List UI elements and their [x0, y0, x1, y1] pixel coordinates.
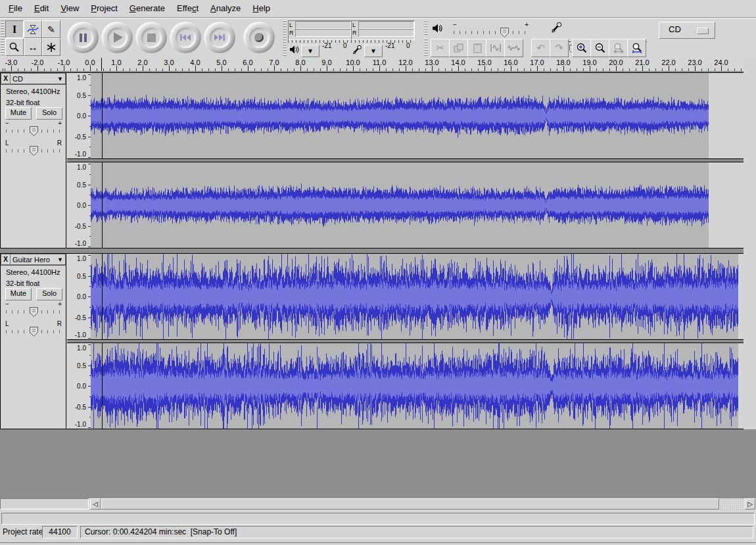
zoom-out-button[interactable]: [590, 39, 609, 57]
track-title-bar: XGuitar Hero▼: [1, 254, 66, 266]
output-meter[interactable]: LR: [288, 20, 352, 40]
menu-item-view[interactable]: View: [55, 0, 85, 17]
minus-label: −: [453, 21, 457, 28]
timeshift-tool-button[interactable]: ↔: [24, 38, 42, 56]
menu-item-project[interactable]: Project: [85, 0, 123, 17]
gain-slider[interactable]: −+: [5, 120, 62, 137]
undo-button[interactable]: ↶: [531, 39, 550, 57]
amp-ruler-label: 0.0: [77, 293, 86, 300]
forward-button[interactable]: [204, 22, 235, 53]
zoom-tool-button[interactable]: [5, 38, 24, 56]
speaker-icon: [289, 45, 299, 57]
meter-dropdown-button[interactable]: ▼: [364, 45, 383, 57]
selection-tool-button[interactable]: I: [5, 20, 24, 38]
ruler-major-tick: [721, 66, 722, 71]
silence-icon: [508, 43, 521, 53]
track-close-button[interactable]: X: [1, 254, 11, 265]
meter-channel-label: R: [289, 30, 295, 36]
amplitude-ruler: 1.00.50.0-0.5-1.0: [67, 343, 91, 429]
play-icon: [114, 32, 123, 43]
scroll-right-button[interactable]: ▷: [745, 498, 755, 509]
solo-button[interactable]: Solo: [36, 288, 62, 300]
solo-button[interactable]: Solo: [36, 107, 62, 120]
track-cd[interactable]: XCD▼Stereo, 44100Hz32-bit floatMuteSolo−…: [0, 72, 744, 249]
menu-item-help[interactable]: Help: [247, 0, 276, 17]
double-arrow-icon: ↔: [28, 41, 38, 53]
output-volume-slider[interactable]: − +: [452, 22, 529, 39]
edit-toolbar-grabber[interactable]: [424, 39, 428, 56]
input-device-select[interactable]: CD: [659, 22, 715, 39]
copy-icon: [454, 43, 464, 53]
star-icon: [46, 42, 57, 53]
waveform-canvas[interactable]: [91, 162, 744, 248]
draw-tool-button[interactable]: ✎: [42, 20, 60, 38]
pan-slider-thumb[interactable]: [29, 145, 39, 158]
channel-right: 1.00.50.0-0.5-1.0: [67, 162, 744, 248]
mute-button[interactable]: Mute: [5, 288, 32, 300]
ruler-major-tick: [616, 66, 617, 71]
trim-button[interactable]: [486, 39, 505, 57]
amplitude-ruler: 1.00.50.0-0.5-1.0: [67, 162, 91, 248]
ruler-major-tick: [274, 66, 275, 71]
gain-slider-thumb[interactable]: [29, 306, 39, 320]
mute-button[interactable]: Mute: [5, 107, 32, 120]
gain-slider[interactable]: −+: [5, 301, 62, 318]
pan-slider[interactable]: LR: [5, 321, 62, 338]
track-name: Guitar Hero: [12, 256, 50, 264]
stop-button[interactable]: [135, 22, 167, 53]
waveform-canvas[interactable]: [91, 73, 744, 158]
track-name-menu[interactable]: CD▼: [11, 73, 66, 84]
mixer-toolbar-grabber[interactable]: [424, 20, 428, 36]
menu-item-file[interactable]: File: [3, 0, 28, 17]
redo-button[interactable]: ↷: [550, 39, 569, 57]
input-meter[interactable]: LR: [351, 20, 415, 40]
scroll-left-button[interactable]: ◁: [90, 498, 101, 509]
amp-ruler-label: -0.5: [75, 314, 86, 321]
record-button[interactable]: [243, 22, 275, 53]
amp-ruler-label: -0.5: [75, 222, 86, 229]
envelope-tool-button[interactable]: [24, 20, 42, 38]
track-control-panel: XCD▼Stereo, 44100Hz32-bit floatMuteSolo−…: [1, 73, 66, 248]
tools-toolbar: I ✎ ↔: [5, 20, 60, 56]
play-button[interactable]: [101, 22, 133, 53]
rewind-button[interactable]: [170, 22, 201, 53]
multi-tool-button[interactable]: [42, 38, 60, 56]
ruler-major-tick: [116, 66, 117, 71]
output-volume-thumb[interactable]: [500, 27, 509, 40]
ruler-major-tick: [11, 66, 12, 71]
menu-item-analyze[interactable]: Analyze: [204, 0, 247, 17]
channel-left: 1.00.50.0-0.5-1.0: [67, 254, 744, 339]
plus-label: +: [525, 21, 529, 28]
gain-slider-thumb[interactable]: [29, 126, 39, 139]
fit-project-button[interactable]: [627, 39, 646, 57]
toolbar-grabber[interactable]: [1, 20, 5, 57]
track-close-button[interactable]: X: [1, 73, 11, 84]
forward-icon: [214, 34, 225, 41]
track-area[interactable]: XCD▼Stereo, 44100Hz32-bit floatMuteSolo−…: [0, 71, 756, 498]
scrollbar-thumb[interactable]: [101, 498, 719, 509]
menu-item-effect[interactable]: Effect: [171, 0, 204, 17]
meter-toolbar-grabber[interactable]: [283, 20, 287, 56]
menu-item-generate[interactable]: Generate: [124, 0, 171, 17]
zoom-in-button[interactable]: [572, 39, 591, 57]
track-name-menu[interactable]: Guitar Hero▼: [11, 254, 66, 265]
pan-slider-thumb[interactable]: [29, 326, 39, 339]
meter-dropdown-button[interactable]: ▼: [301, 45, 319, 57]
fit-selection-button[interactable]: [609, 39, 628, 57]
track-guitar-hero[interactable]: XGuitar Hero▼Stereo, 44100Hz32-bit float…: [0, 253, 744, 429]
ruler-major-tick: [537, 66, 538, 71]
silence-button[interactable]: [504, 39, 523, 57]
pan-slider[interactable]: LR: [5, 140, 62, 157]
microphone-icon: [352, 45, 362, 58]
timeline-ruler[interactable]: -3.0-2.0-1.00.01.02.03.04.05.06.07.08.09…: [0, 58, 745, 72]
pause-button[interactable]: [67, 22, 99, 53]
waveform-canvas[interactable]: [91, 343, 744, 429]
track-format-info: Stereo, 44100Hz: [6, 87, 66, 96]
project-rate-label: Project rate:: [3, 526, 45, 538]
waveform-canvas[interactable]: [91, 254, 744, 339]
cut-button[interactable]: ✂: [431, 39, 450, 57]
menu-item-edit[interactable]: Edit: [28, 0, 55, 17]
copy-button[interactable]: [449, 39, 468, 57]
paste-button[interactable]: [467, 39, 486, 57]
toolbar-dock: I ✎ ↔ LR-210▼LR-210▼ − +: [0, 18, 756, 59]
